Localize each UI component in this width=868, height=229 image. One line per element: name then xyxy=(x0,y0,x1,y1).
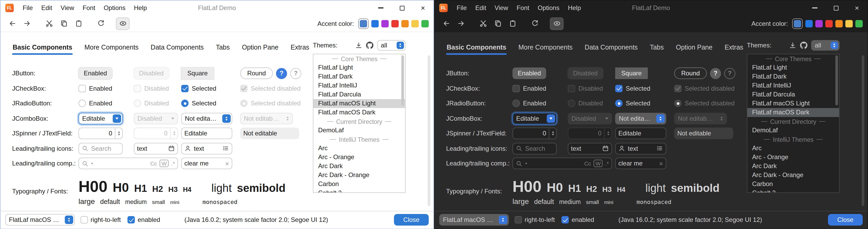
textfield-editable[interactable]: Editable xyxy=(615,128,666,139)
help-button[interactable]: ? xyxy=(276,68,287,79)
tab-tabs[interactable]: Tabs xyxy=(215,40,230,54)
tab-more-components[interactable]: More Components xyxy=(84,40,139,54)
combo-not-editable[interactable]: Not editable xyxy=(181,113,232,124)
maximize-button[interactable] xyxy=(391,1,412,15)
search-with-options-input[interactable]: Cc W .* xyxy=(79,158,178,169)
tab-data-components[interactable]: Data Components xyxy=(150,40,204,54)
match-case-toggle[interactable]: Cc xyxy=(150,161,157,167)
titlebar[interactable]: FL File Edit View Font Options Help Flat… xyxy=(1,1,433,15)
chevron-down-icon[interactable] xyxy=(113,114,121,123)
themes-filter-combo[interactable]: all xyxy=(811,40,840,51)
right-to-left-checkbox[interactable]: right-to-left xyxy=(81,216,121,224)
theme-item-cobalt2[interactable]: Cobalt 2 xyxy=(747,189,839,193)
chevron-updown-icon[interactable] xyxy=(499,216,507,224)
whole-word-toggle[interactable]: W xyxy=(594,160,602,167)
theme-item-flatlaf-darcula[interactable]: FlatLaf Darcula xyxy=(747,90,839,99)
tab-basic-components[interactable]: Basic Components xyxy=(446,40,507,54)
accent-swatch-yellow[interactable] xyxy=(845,20,853,27)
enabled-checkbox[interactable]: enabled xyxy=(128,216,160,224)
search-input[interactable]: Search xyxy=(513,143,557,154)
spinner-updown-icon[interactable] xyxy=(549,128,557,139)
theme-item-cobalt2[interactable]: Cobalt 2 xyxy=(313,189,405,193)
accent-swatch-green[interactable] xyxy=(421,20,429,27)
theme-item-flatlaf-macos-dark[interactable]: FlatLaf macOS Dark xyxy=(747,108,839,117)
theme-item-flatlaf-darcula[interactable]: FlatLaf Darcula xyxy=(313,90,405,99)
date-input[interactable]: text xyxy=(568,143,612,154)
combo-editable[interactable]: Editable xyxy=(79,113,123,124)
chevron-updown-icon[interactable] xyxy=(656,114,665,123)
theme-item-flatlaf-macos-light[interactable]: FlatLaf macOS Light xyxy=(747,99,839,108)
download-icon[interactable] xyxy=(789,41,796,49)
square-button[interactable]: Square xyxy=(615,68,648,79)
chevron-updown-icon[interactable] xyxy=(397,41,404,49)
menu-edit[interactable]: Edit xyxy=(471,4,490,11)
download-icon[interactable] xyxy=(355,41,362,49)
theme-item-arc-orange[interactable]: Arc - Orange xyxy=(747,153,839,162)
chevron-down-icon[interactable] xyxy=(525,163,527,165)
tab-extras[interactable]: Extras xyxy=(724,40,744,54)
checkbox[interactable] xyxy=(562,216,569,224)
forward-icon[interactable] xyxy=(20,17,34,30)
spinner[interactable]: 0 xyxy=(79,128,123,139)
checkbox-enabled[interactable] xyxy=(513,85,520,92)
themes-list-scrollbar[interactable] xyxy=(401,55,404,106)
close-button[interactable]: Close xyxy=(828,214,863,226)
menu-file[interactable]: File xyxy=(453,4,471,11)
regex-toggle[interactable]: .* xyxy=(605,161,609,167)
square-button[interactable]: Square xyxy=(181,68,214,79)
accent-swatch-blue[interactable] xyxy=(371,20,379,27)
cut-icon[interactable] xyxy=(476,17,490,30)
refresh-icon[interactable] xyxy=(94,17,107,30)
menu-font[interactable]: Font xyxy=(513,4,533,11)
copy-icon[interactable] xyxy=(57,17,70,30)
search-input[interactable]: Search xyxy=(79,143,123,154)
regex-toggle[interactable]: .* xyxy=(171,161,175,167)
theme-item-flatlaf-macos-dark[interactable]: FlatLaf macOS Dark xyxy=(313,108,405,117)
cut-icon[interactable] xyxy=(42,17,56,30)
refresh-icon[interactable] xyxy=(528,17,541,30)
theme-switcher-combo[interactable]: FlatLaf macOS D... xyxy=(439,214,509,226)
menu-font[interactable]: Font xyxy=(79,4,99,11)
checkbox-enabled[interactable] xyxy=(79,85,86,92)
chevron-down-icon[interactable] xyxy=(91,163,93,165)
content-scrollbar[interactable] xyxy=(862,55,864,206)
clear-me-input[interactable]: clear me× xyxy=(615,158,666,169)
accent-swatch-red[interactable] xyxy=(825,20,833,27)
forward-icon[interactable] xyxy=(454,17,468,30)
enabled-button[interactable]: Enabled xyxy=(513,68,546,79)
accent-swatch-purple[interactable] xyxy=(815,20,823,27)
back-icon[interactable] xyxy=(5,17,19,30)
chevron-updown-icon[interactable] xyxy=(831,41,838,49)
tab-basic-components[interactable]: Basic Components xyxy=(12,40,73,54)
copy-icon[interactable] xyxy=(491,17,504,30)
theme-item-arc-dark[interactable]: Arc Dark xyxy=(313,162,405,171)
close-button[interactable]: Close xyxy=(394,214,429,226)
theme-item-flatlaf-dark[interactable]: FlatLaf Dark xyxy=(747,72,839,81)
radio-selected[interactable] xyxy=(181,100,189,107)
enabled-button[interactable]: Enabled xyxy=(79,68,112,79)
theme-item-demolaf[interactable]: DemoLaf xyxy=(747,126,839,135)
accent-swatch-orange[interactable] xyxy=(401,20,409,27)
spinner-updown-icon[interactable] xyxy=(115,128,123,139)
themes-list[interactable]: Core Themes FlatLaf Light FlatLaf Dark F… xyxy=(747,54,840,193)
titlebar[interactable]: FL File Edit View Font Options Help Flat… xyxy=(435,1,867,15)
github-icon[interactable] xyxy=(366,41,373,49)
textfield-editable[interactable]: Editable xyxy=(181,128,232,139)
theme-item-flatlaf-dark[interactable]: FlatLaf Dark xyxy=(313,72,405,81)
chevron-down-icon[interactable] xyxy=(547,114,555,123)
user-input[interactable]: text xyxy=(615,143,666,154)
tab-extras[interactable]: Extras xyxy=(290,40,310,54)
theme-item-arc-dark-orange[interactable]: Arc Dark - Orange xyxy=(747,171,839,180)
combo-editable[interactable]: Editable xyxy=(513,113,557,124)
minimize-button[interactable] xyxy=(370,1,391,15)
enabled-checkbox[interactable]: enabled xyxy=(562,216,594,224)
clear-me-input[interactable]: clear me× xyxy=(181,158,232,169)
close-window-button[interactable]: × xyxy=(412,1,433,15)
themes-filter-combo[interactable]: all xyxy=(377,40,406,51)
theme-item-arc[interactable]: Arc xyxy=(313,144,405,153)
theme-item-flatlaf-light[interactable]: FlatLaf Light xyxy=(747,63,839,72)
user-input[interactable]: text xyxy=(181,143,232,154)
theme-item-demolaf[interactable]: DemoLaf xyxy=(313,126,405,135)
menu-options[interactable]: Options xyxy=(99,4,130,11)
radio-selected[interactable] xyxy=(615,100,623,107)
